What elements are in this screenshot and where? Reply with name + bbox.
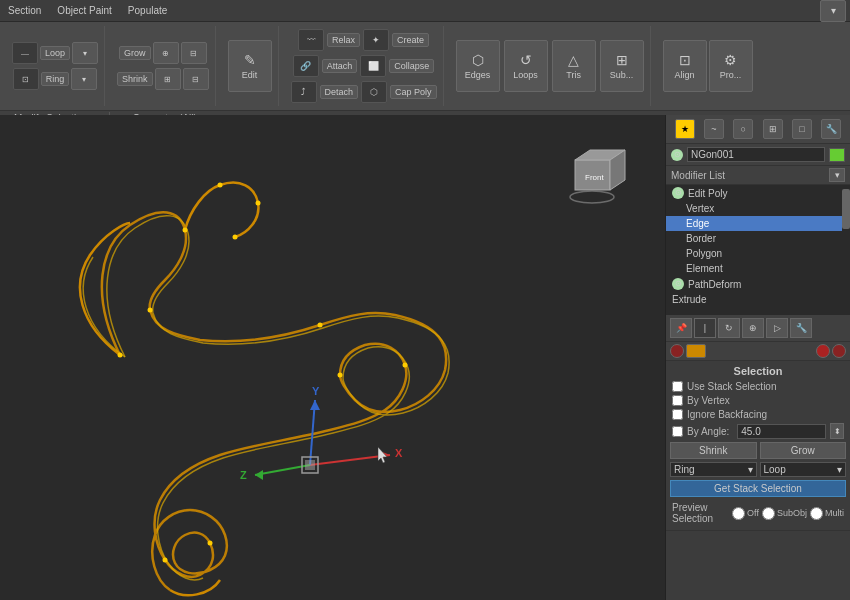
object-name-input[interactable] <box>687 147 825 162</box>
section-label[interactable]: Section <box>4 5 45 16</box>
preview-off-radio[interactable] <box>732 507 745 520</box>
edges-icon: ⬡ <box>472 52 484 68</box>
panel-icon-circle[interactable]: ○ <box>733 119 753 139</box>
mod-edge[interactable]: Edge <box>666 216 842 231</box>
ring-dropdown[interactable]: Ring ▾ <box>670 462 757 477</box>
pro-button[interactable]: ⚙ Pro... <box>709 40 753 92</box>
grow-btn[interactable]: Grow <box>760 442 847 459</box>
svg-point-2 <box>148 308 153 313</box>
viewport-svg: X Y Z <box>0 115 665 600</box>
svg-text:Front: Front <box>585 173 604 182</box>
align-label: Align <box>675 70 695 80</box>
by-angle-value[interactable] <box>737 424 826 439</box>
panel-icon-camera[interactable]: □ <box>792 119 812 139</box>
element-label: Element <box>686 263 723 274</box>
mod-extrude[interactable]: Extrude <box>666 292 842 307</box>
loops-icon: ↺ <box>520 52 532 68</box>
tris-button[interactable]: △ Tris <box>552 40 596 92</box>
by-vertex-row: By Vertex <box>670 395 846 406</box>
by-angle-checkbox[interactable] <box>672 426 683 437</box>
mod-element[interactable]: Element <box>666 261 842 276</box>
by-vertex-checkbox[interactable] <box>672 395 683 406</box>
sub-button[interactable]: ⊞ Sub... <box>600 40 644 92</box>
color-dot-dark-red[interactable] <box>832 344 846 358</box>
grow-icon1[interactable]: ⊕ <box>153 42 179 64</box>
ignore-backfacing-checkbox[interactable] <box>672 409 683 420</box>
create-button[interactable]: Create <box>392 33 429 47</box>
attach-button[interactable]: Attach <box>322 59 358 73</box>
menu-arrow-btn[interactable]: ▾ <box>820 0 846 22</box>
shrink-icon1[interactable]: ⊞ <box>155 68 181 90</box>
preview-multi-radio[interactable] <box>810 507 823 520</box>
shrink-icon2[interactable]: ⊟ <box>183 68 209 90</box>
mod-polygon[interactable]: Polygon <box>666 246 842 261</box>
use-stack-checkbox[interactable] <box>672 381 683 392</box>
loop-button[interactable]: Loop <box>40 46 70 60</box>
edit-label: Edit <box>242 70 258 80</box>
scale-tool-btn[interactable]: ⊕ <box>742 318 764 338</box>
svg-point-10 <box>233 235 238 240</box>
svg-text:Y: Y <box>312 385 320 397</box>
color-mode-row <box>666 342 850 361</box>
select-tool-btn[interactable]: ▷ <box>766 318 788 338</box>
panel-icon-curve[interactable]: ~ <box>704 119 724 139</box>
cappoly-icon: ⬡ <box>361 81 387 103</box>
mod-vertex[interactable]: Vertex <box>666 201 842 216</box>
use-stack-label: Use Stack Selection <box>687 381 777 392</box>
mod-edit-poly[interactable]: ⊙ Edit Poly <box>666 185 842 201</box>
extrude-label: Extrude <box>672 294 706 305</box>
collapse-button[interactable]: Collapse <box>389 59 434 73</box>
svg-point-3 <box>318 323 323 328</box>
loop-extra[interactable]: ▾ <box>72 42 98 64</box>
mod-pathdeform[interactable]: ⊙ PathDeform <box>666 276 842 292</box>
shrink-button[interactable]: Shrink <box>117 72 153 86</box>
modifier-list-dropdown[interactable]: ▾ <box>829 168 845 182</box>
detach-button[interactable]: Detach <box>320 85 359 99</box>
move-tool-btn[interactable]: | <box>694 318 716 338</box>
loop-dropdown[interactable]: Loop ▾ <box>760 462 847 477</box>
align-button[interactable]: ⊡ Align <box>663 40 707 92</box>
preview-subobj-radio[interactable] <box>762 507 775 520</box>
object-color-swatch[interactable] <box>829 148 845 162</box>
pin-tool-btn[interactable]: 📌 <box>670 318 692 338</box>
rotate-tool-btn[interactable]: ↻ <box>718 318 740 338</box>
edit-button[interactable]: ✎ Edit <box>228 40 272 92</box>
viewport[interactable]: X Y Z <box>0 115 665 600</box>
cappoly-button[interactable]: Cap Poly <box>390 85 437 99</box>
svg-text:X: X <box>395 447 403 459</box>
ring-loop-row: Ring ▾ Loop ▾ <box>670 462 846 477</box>
get-stack-btn[interactable]: Get Stack Selection <box>670 480 846 497</box>
snap-tool-btn[interactable]: 🔧 <box>790 318 812 338</box>
mod-border[interactable]: Border <box>666 231 842 246</box>
shrink-btn[interactable]: Shrink <box>670 442 757 459</box>
color-dot-orange[interactable] <box>686 344 706 358</box>
object-paint-label[interactable]: Object Paint <box>53 5 115 16</box>
edit-poly-icon: ⊙ <box>672 187 684 199</box>
sub-icon: ⊞ <box>616 52 628 68</box>
angle-spinner[interactable]: ⬍ <box>830 423 844 439</box>
svg-rect-22 <box>305 460 315 470</box>
panel-icon-star[interactable]: ★ <box>675 119 695 139</box>
color-dot-red-dark[interactable] <box>670 344 684 358</box>
grow-icon2[interactable]: ⊟ <box>181 42 207 64</box>
modifier-scrollbar-thumb[interactable] <box>842 189 850 229</box>
detach-cappoly-row: ⤴ Detach ⬡ Cap Poly <box>291 81 437 103</box>
detach-icon: ⤴ <box>291 81 317 103</box>
grow-button[interactable]: Grow <box>119 46 151 60</box>
color-dot-red[interactable] <box>816 344 830 358</box>
modifier-list-label: Modifier List <box>671 170 825 181</box>
edges-button[interactable]: ⬡ Edges <box>456 40 500 92</box>
panel-icon-grid[interactable]: ⊞ <box>763 119 783 139</box>
loop-indicator: — <box>12 42 38 64</box>
modifier-scrollbar[interactable] <box>842 185 850 315</box>
ring-extra[interactable]: ▾ <box>71 68 97 90</box>
preview-multi-label: Multi <box>810 507 844 520</box>
panel-icon-wrench[interactable]: 🔧 <box>821 119 841 139</box>
ring-button[interactable]: Ring <box>41 72 70 86</box>
polygon-label: Polygon <box>686 248 722 259</box>
modifier-list-header: Modifier List ▾ <box>666 166 850 185</box>
populate-label[interactable]: Populate <box>124 5 171 16</box>
relax-button[interactable]: Relax <box>327 33 360 47</box>
loops-button[interactable]: ↺ Loops <box>504 40 548 92</box>
object-name-row: ⊙ <box>666 144 850 166</box>
